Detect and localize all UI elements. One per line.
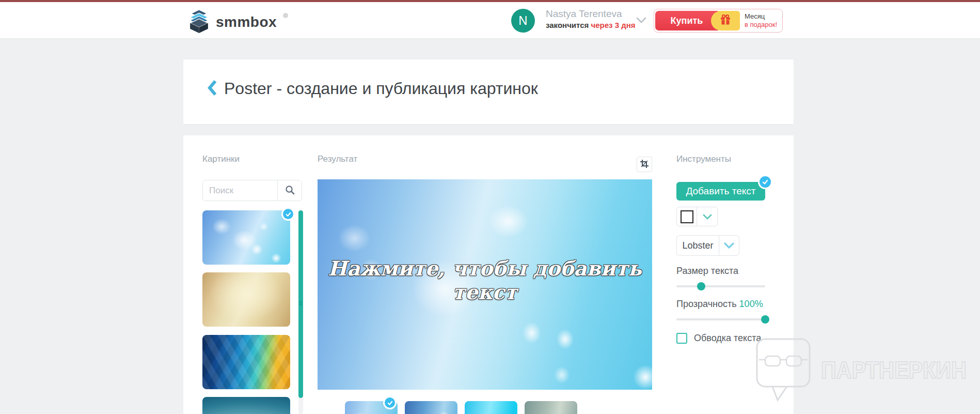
tools-panel-title: Инструменты [676,154,731,164]
watermark-text: ПАРТНЕРКИН [821,357,967,384]
slider-track [676,285,765,287]
logo-text: smmbox [216,14,277,30]
gift-segment [711,11,740,30]
subscription-status: закончится через 3 дня [546,20,634,30]
chevron-down-icon [697,214,717,220]
scrollbar-grip-icon [299,300,302,306]
font-select[interactable]: Lobster [676,235,739,256]
opacity-slider[interactable] [676,315,765,324]
canvas-placeholder-text[interactable]: Нажмите, чтобы добавить текст [318,256,652,304]
poster-editor-card: Картинки Результат Нажмите, чтобы добави… [183,135,794,414]
back-chevron-icon[interactable] [207,80,218,98]
search-icon [285,185,295,196]
user-name: Nastya Terenteva [546,8,634,20]
thumbnail-teal-gradient[interactable] [202,397,290,414]
outline-option: Обводка текста [676,333,761,344]
outline-checkbox[interactable] [676,333,687,344]
chevron-down-icon[interactable] [636,16,646,25]
header: smmbox N Nastya Terenteva закончится чер… [0,2,980,39]
promo-line2: в подарок! [745,21,777,29]
opacity-label: Прозрачность 100% [676,299,763,310]
crop-button[interactable] [637,157,652,172]
variant-gray-teal-bokeh[interactable] [525,401,577,414]
subscription-expiry: через 3 дня [591,21,635,29]
opacity-slider-knob[interactable] [761,315,769,324]
promo-text: Месяц в подарок! [745,12,777,29]
variant-blue-bokeh[interactable] [345,401,398,414]
thumbnail-blue-bokeh[interactable] [202,210,290,265]
avatar[interactable]: N [511,9,535,33]
promo-line1: Месяц [745,12,777,21]
chevron-down-icon [719,242,739,249]
images-panel-title: Картинки [202,154,240,164]
avatar-initial: N [518,13,527,28]
selected-check-badge [383,396,397,409]
thumbnail-old-paper[interactable] [202,272,290,327]
text-size-label: Размер текста [676,266,738,277]
buy-widget: Купить Месяц в подарок! [654,9,783,33]
color-swatch [681,210,693,223]
result-canvas[interactable]: Нажмите, чтобы добавить текст [318,179,652,390]
buy-button[interactable]: Купить [655,11,718,30]
smmbox-logo-icon [187,9,211,35]
outline-checkbox-label: Обводка текста [694,333,761,344]
search-button[interactable] [277,180,302,201]
font-select-value: Lobster [677,240,719,251]
subscription-prefix: закончится [546,21,589,29]
text-size-slider[interactable] [676,282,765,290]
opacity-value: 100% [739,299,763,309]
search-input[interactable] [203,180,277,201]
thumbnail-scrollbar-thumb[interactable] [298,210,303,398]
search-box [202,180,302,201]
slider-track [676,318,765,320]
gift-icon [719,13,732,28]
title-card: Poster - создание и публикация картинок [183,59,794,124]
page-title: Poster - создание и публикация картинок [224,79,538,98]
crop-icon [640,159,649,170]
selected-check-badge [758,175,772,189]
result-panel-title: Результат [318,154,357,164]
user-menu[interactable]: Nastya Terenteva закончится через 3 дня [546,8,634,30]
thumbnail-geometric-triangles[interactable] [202,335,290,389]
variant-bright-cyan-bokeh[interactable] [465,401,517,414]
variant-deep-blue-bokeh[interactable] [405,401,457,414]
selected-check-badge [281,207,295,221]
add-text-button[interactable]: Добавить текст [676,182,765,201]
text-size-slider-knob[interactable] [697,282,705,290]
text-color-picker[interactable] [676,207,718,226]
status-dot [283,13,288,18]
smmbox-logo[interactable]: smmbox [187,9,277,35]
